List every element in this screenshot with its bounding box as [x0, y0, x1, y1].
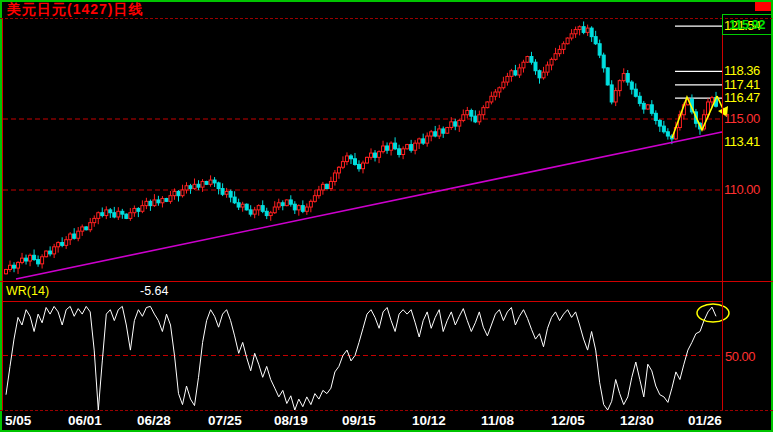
x-axis-label: 06/01 [68, 413, 102, 428]
x-axis-label: 5/05 [5, 413, 31, 428]
x-axis-label: 08/19 [274, 413, 308, 428]
x-axis-label: 12/05 [551, 413, 585, 428]
instrument-title: 美元日元(1427)日线 [7, 1, 143, 19]
wr-panel-bottom-border [0, 410, 773, 411]
trendline[interactable] [16, 132, 722, 279]
x-axis-label: 09/15 [342, 413, 376, 428]
x-axis-label: 12/30 [620, 413, 654, 428]
left-plot-border [2, 18, 3, 410]
price-label: 116.47 [724, 91, 772, 105]
last-price-value: 115.92 [729, 17, 765, 32]
x-axis-label: 01/26 [688, 413, 722, 428]
price-axis-line[interactable] [722, 18, 723, 410]
ellipse-annotation[interactable] [697, 304, 729, 322]
indicator-value: -5.64 [140, 284, 169, 298]
candlesticks [5, 21, 718, 274]
grid-lines [3, 26, 722, 355]
chart-window: 美元日元(1427)日线 WR(14) -5.64 50.00 115.92 1… [0, 0, 773, 432]
wr-panel-top-border [3, 301, 722, 302]
x-axis-label: 11/08 [481, 413, 514, 428]
x-axis-label: 06/28 [137, 413, 171, 428]
price-label: 115.00 [724, 112, 772, 126]
x-axis-label: 07/25 [208, 413, 242, 428]
x-axis-label: 10/12 [412, 413, 446, 428]
title-bar-red-marker [755, 2, 771, 11]
wr-indicator-line [6, 306, 716, 410]
indicator-name[interactable]: WR(14) [6, 284, 49, 298]
price-label: 113.41 [724, 135, 772, 149]
wr-level-label: 50.00 [725, 349, 755, 364]
price-label: 110.00 [724, 183, 772, 197]
price-chart-canvas[interactable] [0, 0, 773, 432]
drawn-annotations [16, 96, 729, 322]
main-chart-bottom-border [0, 281, 773, 282]
